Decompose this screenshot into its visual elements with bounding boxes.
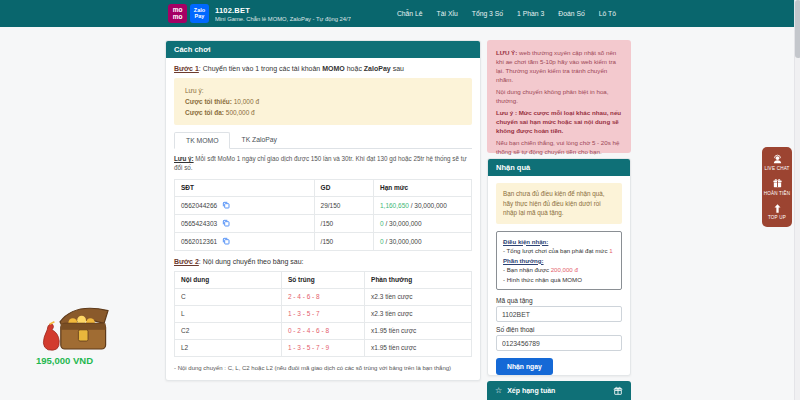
bet-numbers: 0 - 2 - 4 - 6 - 8 [281,322,364,339]
nav-item-lo-to[interactable]: Lô Tô [599,10,616,17]
step1-zalopay: ZaloPay [364,65,391,72]
tab-tk-zalopay[interactable]: TK ZaloPay [230,132,288,148]
notice-p1: LƯU Ý: web thường xuyên cập nhật số nên … [496,48,622,84]
zalopay-logo-icon: Zalo Pay [190,4,209,23]
side-action-panel: LIVE CHAT HOÀN TIỀN TOP UP [762,147,792,227]
bet-reward: x1.95 tiền cược [365,322,472,339]
bets-table: Nội dung Số trúng Phần thưởng C 2 - 4 - … [174,271,472,357]
bet-max-label: Cược tối đa: [185,109,224,116]
copy-icon[interactable] [222,201,230,209]
col-phan-thuong: Phần thưởng [365,271,472,288]
refund-button[interactable]: HOÀN TIỀN [762,175,792,200]
account-used: 1,160,650 [380,202,409,209]
site-subtitle: Mini Game. Chẵn lẻ MOMO, ZaloPay - Tự độ… [215,16,351,22]
nav-item-tong-3-so[interactable]: Tổng 3 Số [472,10,503,17]
step1-momo: MOMO [322,65,345,72]
reward-method-line: - Hình thức nhận quà MOMO [503,275,615,285]
nav-item-chan-le[interactable]: Chẵn Lẻ [397,10,423,17]
nav-item-tai-xiu[interactable]: Tài Xỉu [437,10,458,17]
site-title: 1102.BET [215,6,351,15]
step1-text: sau [391,65,404,72]
step2-label: Bước 2 [174,258,199,265]
reward-title: Phần thưởng: [503,256,615,266]
bonus-chest[interactable]: 195,000 VND [30,301,122,366]
star-icon: ☆ [495,386,502,395]
how-to-play-card: Cách chơi Bước 1: Chuyển tiền vào 1 tron… [165,40,481,381]
bet-min-line: Cược tối thiểu: 10,000 đ [185,96,461,107]
condition-line: - Tổng lượt chơi của bạn phải đạt mức 1 [503,246,615,256]
gift-code-input[interactable] [496,306,622,322]
how-to-play-header: Cách chơi [166,41,480,58]
step1-label: Bước 1 [174,65,199,72]
bet-reward: x2.3 tiền cược [365,305,472,322]
warning-notice: LƯU Ý: web thường xuyên cập nhật số nên … [487,40,631,153]
daily-limit-note: Lưu ý: Mỗi sđt MoMo 1 ngày chỉ giao dịch… [174,155,472,173]
live-chat-button[interactable]: LIVE CHAT [762,150,792,175]
zalopay-logo-text: Pay [195,14,205,20]
step1-text: hoặc [345,65,364,72]
nav-item-doan-so[interactable]: Đoán Số [558,10,584,17]
claim-gift-button[interactable]: Nhận ngay [496,358,553,375]
transfer-footnote: - Nội dung chuyển : C, L, C2 hoặc L2 (nế… [174,364,472,372]
live-chat-label: LIVE CHAT [764,166,789,171]
daily-limit-text: Mỗi sđt MoMo 1 ngày chỉ giao dịch được 1… [174,155,467,171]
gift-conditions-box: Điều kiện nhận: - Tổng lượt chơi của bạn… [496,231,622,291]
copy-icon[interactable] [222,237,230,245]
main-nav: Chẵn Lẻ Tài Xỉu Tổng 3 Số 1 Phần 3 Đoán … [397,10,616,17]
bet-min-label: Cược tối thiểu: [185,98,232,105]
account-gd: /150 [314,214,373,232]
bet-row: L2 1 - 3 - 5 - 7 - 9 x1.95 tiền cược [175,339,472,356]
bet-code: L2 [175,339,282,356]
accounts-table: SĐT GD Hạn mức 0562044266 29/150 1,160,6… [174,179,472,251]
weekly-ranking-label: Xếp hạng tuần [507,387,555,394]
notice-p4: Nếu bạn chiến thắng, vui lòng chờ 5 - 20… [496,138,622,156]
phone-input[interactable] [496,335,622,351]
bonus-amount: 195,000 VND [36,355,122,366]
gift-panel-header: Nhận quà [488,159,630,176]
step1-text: : Chuyển tiền vào 1 trong các tài khoản [199,65,322,72]
top-up-button[interactable]: TOP UP [762,199,792,224]
col-sdt: SĐT [175,179,315,196]
bet-code: C2 [175,322,282,339]
bet-row: C 2 - 4 - 6 - 8 x2.3 tiền cược [175,288,472,305]
page-scrollbar [794,0,800,400]
gift-code-label: Mã quà tặng [496,297,622,304]
gift-panel: Nhận quà Bạn chưa đủ điều kiện để nhận q… [487,158,631,376]
treasure-chest-icon [36,301,116,353]
nav-item-1-phan-3[interactable]: 1 Phần 3 [517,10,544,17]
momo-logo-icon: mo mo [168,4,187,23]
headset-icon [772,154,783,165]
notice-p3: Lưu ý : Mức cược mỗi loại khác nhau, nếu… [496,108,622,135]
step1-line: Bước 1: Chuyển tiền vào 1 trong các tài … [174,65,472,72]
weekly-ranking-bar[interactable]: ☆ Xếp hạng tuần [487,381,631,400]
copy-icon[interactable] [222,219,230,227]
step2-line: Bước 2: Nội dung chuyển theo bảng sau: [174,258,472,265]
daily-limit-label: Lưu ý: [174,155,194,162]
bet-row: C2 0 - 2 - 4 - 6 - 8 x1.95 tiền cược [175,322,472,339]
bet-code: L [175,305,282,322]
reward-text: - Bạn nhận được [503,266,551,273]
accounts-header-row: SĐT GD Hạn mức [175,179,472,196]
gift-warning: Bạn chưa đủ điều kiện để nhận quà, hãy t… [496,183,622,224]
bet-numbers: 1 - 3 - 5 - 7 - 9 [281,339,364,356]
bet-row: L 1 - 3 - 5 - 7 x2.3 tiền cược [175,305,472,322]
col-han-muc: Hạn mức [373,179,471,196]
bet-max-value: 500,000 đ [226,109,255,116]
bet-reward: x2.3 tiền cược [365,288,472,305]
account-tabs: TK MOMO TK ZaloPay [174,132,472,149]
arrow-up-icon [772,203,783,214]
reward-value: 200,000 đ [551,266,578,273]
condition-text: - Tổng lượt chơi của bạn phải đạt mức [503,247,609,254]
step2-text: : Nội dung chuyển theo bảng sau: [199,258,304,265]
bet-min-value: 10,000 đ [234,98,259,105]
account-phone: 0562044266 [181,202,217,209]
notice-label: LƯU Ý: [496,49,517,56]
account-limit: / 30,000,000 [384,238,422,245]
account-gd: /150 [314,232,373,250]
scrollbar-thumb[interactable] [795,0,800,58]
col-noi-dung: Nội dung [175,271,282,288]
tab-tk-momo[interactable]: TK MOMO [174,132,230,149]
bet-reward: x1.95 tiền cược [365,339,472,356]
gift-icon [613,386,623,396]
notice-p2: Nội dung chuyển không phân biệt in hoa, … [496,87,622,105]
